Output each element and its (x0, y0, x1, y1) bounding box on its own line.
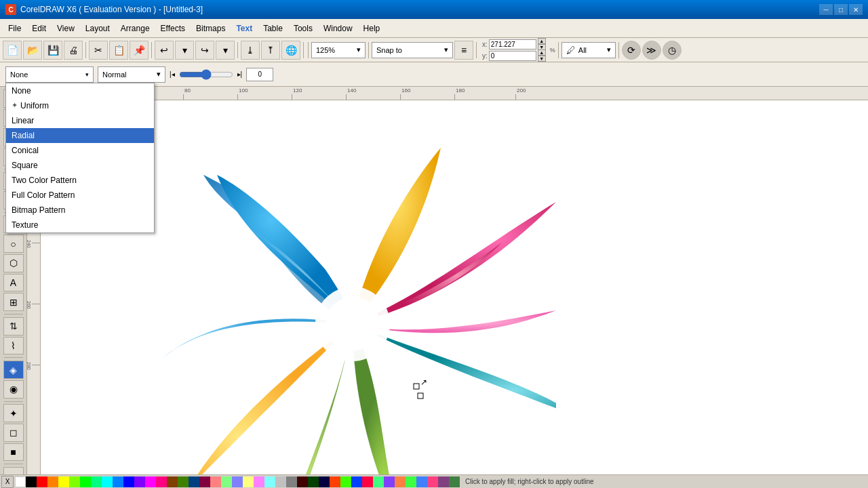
menu-window[interactable]: Window (318, 21, 358, 36)
minimize-button[interactable]: ─ (819, 4, 833, 15)
swatch-rose[interactable] (427, 476, 438, 487)
fill-option-texture[interactable]: Texture (6, 218, 154, 232)
polygon-tool[interactable]: ⬡ (3, 254, 24, 272)
swatch-violet[interactable] (384, 476, 395, 487)
canvas-page[interactable]: ↗ (41, 100, 868, 488)
fill-option-none[interactable]: None (6, 83, 154, 98)
swatch-crimson[interactable] (362, 476, 373, 487)
open-button[interactable]: 📂 (23, 41, 42, 60)
swatch-light-green[interactable] (221, 476, 232, 487)
snap-to-dropdown[interactable]: Snap to ▾ (372, 42, 453, 58)
circle-btn-2[interactable]: ≫ (642, 41, 661, 60)
paste-button[interactable]: 📌 (130, 41, 149, 60)
swatch-lime[interactable] (69, 476, 80, 487)
blend-mode-dropdown[interactable]: Normal ▾ (98, 66, 165, 83)
swatch-peach[interactable] (395, 476, 406, 487)
outline-tool[interactable]: ◻ (3, 424, 24, 442)
redo-dropdown[interactable]: ▾ (216, 41, 235, 60)
swatch-orange[interactable] (47, 476, 58, 487)
snap-options-button[interactable]: ≡ (454, 41, 473, 60)
print-button[interactable]: 🖨 (64, 41, 83, 60)
swatch-light-yellow[interactable] (243, 476, 254, 487)
fill-option-uniform[interactable]: ✦ Uniform (6, 98, 154, 113)
fill-option-bitmap[interactable]: Bitmap Pattern (6, 203, 154, 218)
swatch-dark-red[interactable] (297, 476, 308, 487)
swatch-royal-blue[interactable] (351, 476, 362, 487)
circle-btn-3[interactable]: ◷ (663, 41, 682, 60)
maximize-button[interactable]: □ (834, 4, 848, 15)
color-fill-tool[interactable]: ■ (3, 443, 24, 462)
import-button[interactable]: ⤓ (241, 41, 260, 60)
menu-help[interactable]: Help (358, 21, 386, 36)
angle-input[interactable] (246, 68, 273, 81)
swatch-chartreuse[interactable] (340, 476, 351, 487)
swatch-yellow[interactable] (58, 476, 69, 487)
swatch-sage[interactable] (449, 476, 460, 487)
text-tool[interactable]: A (3, 274, 24, 292)
swatch-mint[interactable] (91, 476, 102, 487)
new-button[interactable]: 📄 (3, 41, 22, 60)
swatch-white[interactable] (15, 476, 26, 487)
swatch-red[interactable] (37, 476, 47, 487)
swatch-spring[interactable] (373, 476, 384, 487)
copy-button[interactable]: 📋 (109, 41, 128, 60)
y-spin-down[interactable]: ▼ (538, 56, 546, 62)
swatch-periwinkle[interactable] (416, 476, 427, 487)
cut-button[interactable]: ✂ (89, 41, 108, 60)
menu-arrange[interactable]: Arrange (115, 21, 155, 36)
interactive-fill-tool[interactable]: ◈ (3, 361, 24, 379)
swatch-light-magenta[interactable] (254, 476, 264, 487)
fill-option-full-color[interactable]: Full Color Pattern (6, 188, 154, 203)
no-fill-swatch[interactable]: X (1, 476, 14, 488)
menu-file[interactable]: File (3, 21, 26, 36)
fill-dropdown-button[interactable]: None ▾ (5, 66, 94, 83)
swatch-silver[interactable] (275, 476, 286, 487)
swatch-coral[interactable] (330, 476, 340, 487)
fill-option-radial[interactable]: Radial (6, 128, 154, 143)
menu-layout[interactable]: Layout (80, 21, 115, 36)
parallel-tool[interactable]: ⇅ (3, 317, 24, 336)
undo-button[interactable]: ↩ (155, 41, 174, 60)
swatch-dark-blue[interactable] (319, 476, 330, 487)
swatch-green[interactable] (80, 476, 91, 487)
undo-dropdown[interactable]: ▾ (175, 41, 194, 60)
swatch-purple[interactable] (134, 476, 145, 487)
swatch-pink[interactable] (156, 476, 167, 487)
menu-table[interactable]: Table (258, 21, 288, 36)
swatch-dark-green[interactable] (308, 476, 319, 487)
menu-tools[interactable]: Tools (288, 21, 318, 36)
ellipse-tool[interactable]: ○ (3, 235, 24, 253)
menu-bitmaps[interactable]: Bitmaps (191, 21, 231, 36)
swatch-blue[interactable] (123, 476, 134, 487)
menu-text[interactable]: Text (231, 21, 258, 36)
swatch-black[interactable] (26, 476, 37, 487)
fill-option-square[interactable]: Square (6, 158, 154, 173)
table-tool[interactable]: ⊞ (3, 293, 24, 311)
redo-button[interactable]: ↪ (195, 41, 214, 60)
offset-slider[interactable] (179, 69, 233, 80)
circle-btn-1[interactable]: ⟳ (622, 41, 641, 60)
y-coord-input[interactable] (489, 51, 536, 61)
eyedropper-tool[interactable]: ✦ (3, 404, 24, 422)
menu-effects[interactable]: Effects (155, 21, 191, 36)
menu-edit[interactable]: Edit (26, 21, 52, 36)
x-spin-up[interactable]: ▲ (538, 38, 546, 44)
swatch-navy[interactable] (189, 476, 199, 487)
menu-view[interactable]: View (52, 21, 80, 36)
swatch-magenta[interactable] (145, 476, 156, 487)
publish-button[interactable]: 🌐 (281, 41, 300, 60)
fill-option-two-color[interactable]: Two Color Pattern (6, 173, 154, 188)
swatch-olive[interactable] (178, 476, 189, 487)
x-coord-input[interactable] (489, 39, 536, 49)
swatch-plum[interactable] (438, 476, 449, 487)
connector-tool[interactable]: ⌇ (3, 337, 24, 355)
smart-fill-tool[interactable]: ◉ (3, 380, 24, 399)
export-button[interactable]: ⤒ (261, 41, 280, 60)
fill-option-conical[interactable]: Conical (6, 143, 154, 158)
swatch-light-red[interactable] (210, 476, 221, 487)
swatch-bright-green[interactable] (406, 476, 416, 487)
y-spin-up[interactable]: ▲ (538, 49, 546, 56)
save-button[interactable]: 💾 (43, 41, 62, 60)
swatch-light-cyan[interactable] (264, 476, 275, 487)
swatch-brown[interactable] (167, 476, 178, 487)
